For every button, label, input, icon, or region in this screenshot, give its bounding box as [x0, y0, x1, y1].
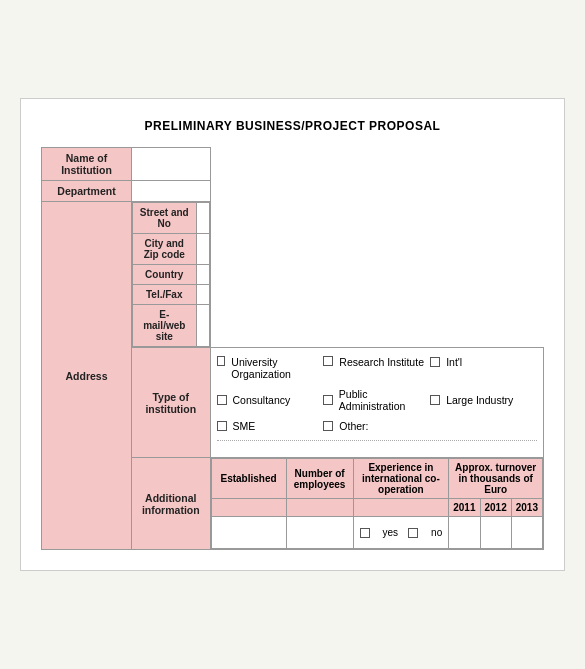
address-row: Address Street and No City and Zip code …: [42, 202, 544, 348]
year-2012: 2012: [480, 499, 511, 517]
tel-row: Tel./Fax: [133, 285, 210, 305]
proposal-form: PRELIMINARY BUSINESS/PROJECT PROPOSAL Na…: [20, 98, 565, 571]
established-value[interactable]: [211, 517, 286, 549]
experience-header: Experience in international co-operation: [353, 459, 449, 499]
type-options-cell: University Organization Research Institu…: [210, 348, 543, 458]
form-title: PRELIMINARY BUSINESS/PROJECT PROPOSAL: [41, 119, 544, 133]
type-row-1: University Organization Research Institu…: [217, 356, 537, 380]
email-row: E-mail/web site: [133, 305, 210, 347]
university-checkbox[interactable]: [217, 356, 226, 366]
yes-no-cell: yes no: [353, 517, 449, 549]
street-value[interactable]: [196, 203, 209, 234]
type-university[interactable]: University Organization: [217, 356, 324, 380]
type-sme[interactable]: SME: [217, 420, 324, 432]
intl-label: Int'l: [446, 356, 462, 368]
street-row: Street and No: [133, 203, 210, 234]
department-label: Department: [42, 181, 132, 202]
public-admin-label: Public Administration: [339, 388, 430, 412]
yes-label: yes: [383, 527, 399, 538]
type-public-admin[interactable]: Public Administration: [323, 388, 430, 412]
consultancy-label: Consultancy: [233, 394, 291, 406]
no-label: no: [431, 527, 442, 538]
type-intl[interactable]: Int'l: [430, 356, 537, 368]
additional-inner-table: Established Number of employees Experien…: [211, 458, 543, 549]
country-row: Country: [133, 265, 210, 285]
research-label: Research Institute: [339, 356, 424, 368]
type-label: Type of institution: [132, 348, 211, 458]
tel-value[interactable]: [196, 285, 209, 305]
turnover-2011[interactable]: [449, 517, 480, 549]
research-checkbox[interactable]: [323, 356, 333, 366]
name-row: Name of Institution: [42, 148, 544, 181]
turnover-2012[interactable]: [480, 517, 511, 549]
experience-sub: [353, 499, 449, 517]
dotted-divider: [217, 440, 537, 441]
additional-header-row: Established Number of employees Experien…: [211, 459, 542, 499]
employees-header: Number of employees: [286, 459, 353, 499]
large-industry-label: Large Industry: [446, 394, 513, 406]
department-row: Department: [42, 181, 544, 202]
additional-label: Additional information: [132, 458, 211, 550]
type-other[interactable]: Other:: [323, 420, 430, 432]
additional-content: Established Number of employees Experien…: [210, 458, 543, 550]
email-label: E-mail/web site: [133, 305, 197, 347]
employees-value[interactable]: [286, 517, 353, 549]
city-value[interactable]: [196, 234, 209, 265]
established-header: Established: [211, 459, 286, 499]
tel-label: Tel./Fax: [133, 285, 197, 305]
employees-sub: [286, 499, 353, 517]
department-value[interactable]: [132, 181, 211, 202]
type-consultancy[interactable]: Consultancy: [217, 394, 324, 406]
name-value[interactable]: [132, 148, 211, 181]
type-row-3: SME Other:: [217, 420, 537, 432]
no-checkbox-icon[interactable]: [408, 528, 418, 538]
city-label: City and Zip code: [133, 234, 197, 265]
street-label: Street and No: [133, 203, 197, 234]
type-research[interactable]: Research Institute: [323, 356, 430, 368]
main-table: Name of Institution Department Address S…: [41, 147, 544, 550]
consultancy-checkbox[interactable]: [217, 395, 227, 405]
address-label: Address: [42, 202, 132, 550]
city-row: City and Zip code: [133, 234, 210, 265]
year-2013: 2013: [511, 499, 542, 517]
year-2011: 2011: [449, 499, 480, 517]
sme-label: SME: [233, 420, 256, 432]
additional-year-row: 2011 2012 2013: [211, 499, 542, 517]
university-label: University Organization: [231, 356, 323, 380]
address-sub-table: Street and No City and Zip code Country …: [132, 202, 210, 347]
country-value[interactable]: [196, 265, 209, 285]
type-row-2: Consultancy Public Administration Large …: [217, 388, 537, 412]
type-large-industry[interactable]: Large Industry: [430, 394, 537, 406]
established-sub: [211, 499, 286, 517]
address-sub-table-cell: Street and No City and Zip code Country …: [132, 202, 211, 348]
yes-checkbox-icon[interactable]: [360, 528, 370, 538]
large-industry-checkbox[interactable]: [430, 395, 440, 405]
turnover-header: Approx. turnover in thousands of Euro: [449, 459, 543, 499]
yes-no-row: yes no: [358, 523, 445, 542]
sme-checkbox[interactable]: [217, 421, 227, 431]
additional-data-row: yes no: [211, 517, 542, 549]
intl-checkbox[interactable]: [430, 357, 440, 367]
email-value[interactable]: [196, 305, 209, 347]
public-admin-checkbox[interactable]: [323, 395, 333, 405]
spacer: [217, 443, 537, 449]
other-label: Other:: [339, 420, 368, 432]
country-label: Country: [133, 265, 197, 285]
name-label: Name of Institution: [42, 148, 132, 181]
turnover-2013[interactable]: [511, 517, 542, 549]
other-checkbox[interactable]: [323, 421, 333, 431]
